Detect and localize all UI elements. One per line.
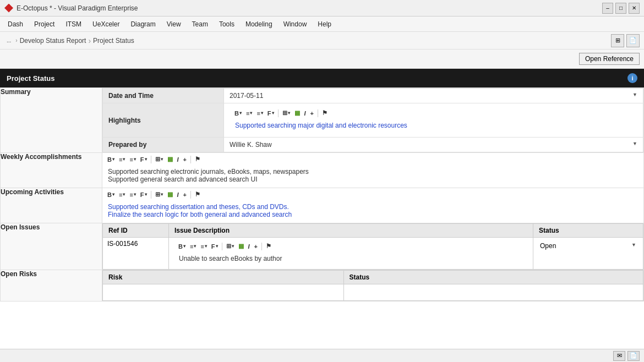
highlights-label: Highlights — [103, 103, 224, 138]
tb-plus[interactable]: + — [309, 109, 315, 117]
weekly-accomplishments-text: Supported searching electronic journals,… — [102, 166, 643, 188]
summary-label: Summary — [1, 88, 102, 153]
weekly-accomplishments-row: Weekly Accomplishments B▾ ≡▾ ≡▾ F▾ ⊞▾ ▩ … — [1, 153, 644, 188]
ua-tb-list1[interactable]: ≡▾ — [117, 191, 127, 199]
issue-status-cell: Open ▼ — [533, 238, 643, 270]
breadcrumb-icon-grid[interactable]: ⊞ — [611, 34, 624, 47]
ua-tb-bold[interactable]: B▾ — [106, 191, 116, 199]
tb-list1[interactable]: ≡▾ — [244, 109, 254, 117]
ua-tb-italic[interactable]: I — [176, 191, 181, 199]
is-tb-sep1 — [222, 243, 222, 250]
upcoming-activities-content: B▾ ≡▾ ≡▾ F▾ ⊞▾ ▩ I + ⚑ Supported searchi… — [102, 188, 644, 223]
ua-tb-special[interactable]: ⚑ — [193, 190, 202, 199]
wa-tb-italic[interactable]: I — [176, 156, 181, 163]
date-time-row: Date and Time 2017-05-11 ▼ — [103, 89, 643, 103]
risks-header-row: Risk Status — [103, 271, 643, 284]
menu-window[interactable]: Window — [278, 18, 313, 30]
ua-tb-image[interactable]: ▩ — [166, 190, 174, 199]
wa-tb-list1[interactable]: ≡▾ — [117, 156, 127, 163]
menu-diagram[interactable]: Diagram — [125, 18, 161, 30]
status-document-button[interactable]: 📄 — [627, 351, 640, 361]
tb-image[interactable]: ▩ — [293, 109, 302, 117]
tb-font[interactable]: F▾ — [266, 109, 276, 117]
menu-uexceler[interactable]: UeXceler — [87, 18, 125, 30]
is-tb-list1[interactable]: ≡▾ — [188, 243, 198, 250]
info-icon[interactable]: i — [627, 73, 637, 83]
tb-italic[interactable]: I — [303, 109, 308, 117]
ua-tb-table[interactable]: ⊞▾ — [154, 190, 165, 199]
upcoming-line-1: Supported searching dissertation and the… — [108, 203, 638, 211]
wa-tb-bold[interactable]: B▾ — [106, 156, 116, 163]
risks-col-status: Status — [343, 271, 643, 284]
menu-tools[interactable]: Tools — [214, 18, 240, 30]
is-tb-font[interactable]: F▾ — [210, 243, 220, 250]
open-reference-bar: Open Reference — [0, 50, 644, 69]
status-bar: ✉ 📄 — [0, 349, 644, 362]
wa-tb-special[interactable]: ⚑ — [193, 155, 202, 163]
is-tb-plus[interactable]: + — [253, 243, 259, 250]
is-tb-list2[interactable]: ≡▾ — [199, 243, 208, 250]
ua-tb-sep2 — [190, 191, 191, 199]
risks-table: Risk Status — [102, 270, 643, 301]
is-tb-italic[interactable]: I — [247, 243, 252, 250]
status-email-button[interactable]: ✉ — [613, 351, 625, 361]
breadcrumb-bar: ... › Develop Status Report › Project St… — [0, 32, 644, 50]
tb-table[interactable]: ⊞▾ — [281, 109, 292, 117]
ua-tb-list2[interactable]: ≡▾ — [128, 191, 137, 199]
ua-tb-font[interactable]: F▾ — [139, 191, 149, 199]
prepared-by-label: Prepared by — [103, 138, 224, 152]
breadcrumb-back[interactable]: ... — [7, 37, 11, 43]
open-risks-row: Open Risks Risk Status — [1, 270, 644, 301]
breadcrumb-separator: › — [88, 36, 91, 45]
maximize-button[interactable]: □ — [615, 3, 626, 14]
menu-dash[interactable]: Dash — [2, 18, 29, 30]
breadcrumb-project-status[interactable]: Project Status — [93, 37, 134, 45]
tb-special[interactable]: ⚑ — [320, 109, 329, 117]
is-tb-sep2 — [261, 243, 262, 250]
wa-tb-font[interactable]: F▾ — [139, 156, 149, 163]
open-risks-label: Open Risks — [1, 270, 102, 301]
weekly-line-1: Supported searching electronic journals,… — [108, 168, 638, 175]
minimize-button[interactable]: – — [602, 3, 613, 14]
wa-tb-list2[interactable]: ≡▾ — [128, 156, 137, 163]
breadcrumb-icon-doc[interactable]: 📄 — [626, 34, 640, 47]
menu-help[interactable]: Help — [312, 18, 337, 30]
wa-tb-plus[interactable]: + — [182, 156, 188, 163]
tb-list2[interactable]: ≡▾ — [255, 109, 264, 117]
upcoming-toolbar: B▾ ≡▾ ≡▾ F▾ ⊞▾ ▩ I + ⚑ — [102, 188, 643, 201]
upcoming-activities-row: Upcoming Activities B▾ ≡▾ ≡▾ F▾ ⊞▾ ▩ I +… — [1, 188, 644, 223]
is-tb-table[interactable]: ⊞▾ — [225, 242, 236, 250]
menu-project[interactable]: Project — [29, 18, 60, 30]
menu-team[interactable]: Team — [187, 18, 214, 30]
menu-modeling[interactable]: Modeling — [240, 18, 278, 30]
risks-empty-cell — [103, 284, 344, 301]
prepared-by-content: Willie K. Shaw ▼ — [224, 138, 643, 152]
prepared-by-row: Prepared by Willie K. Shaw ▼ — [103, 138, 643, 152]
ua-tb-sep1 — [151, 191, 151, 199]
date-time-dropdown-arrow[interactable]: ▼ — [632, 92, 637, 97]
is-tb-bold[interactable]: B▾ — [177, 243, 187, 250]
wa-tb-image[interactable]: ▩ — [166, 155, 174, 163]
weekly-line-2: Supported general search and advanced se… — [108, 175, 638, 183]
menu-itsm[interactable]: ITSM — [60, 18, 87, 30]
ua-tb-plus[interactable]: + — [182, 191, 188, 199]
date-time-value: 2017-05-11 ▼ — [224, 89, 643, 103]
menu-view[interactable]: View — [161, 18, 187, 30]
date-time-label: Date and Time — [103, 89, 224, 103]
close-button[interactable]: ✕ — [629, 3, 640, 14]
breadcrumb-arrow-1: › — [15, 37, 17, 43]
wa-tb-table[interactable]: ⊞▾ — [154, 155, 165, 163]
main-content-area: Open Reference Project Status i Summary … — [0, 50, 644, 349]
prepared-by-dropdown-arrow[interactable]: ▼ — [632, 141, 637, 146]
issue-status-dropdown-arrow[interactable]: ▼ — [629, 240, 638, 250]
open-reference-button[interactable]: Open Reference — [579, 53, 640, 65]
breadcrumb-develop-status[interactable]: Develop Status Report — [20, 37, 86, 45]
highlights-content: B▾ ≡▾ ≡▾ F▾ ⊞▾ ▩ I + ⚑ — [224, 103, 643, 138]
upcoming-line-2: Finalize the search logic for both gener… — [108, 211, 638, 218]
weekly-accomplishments-label: Weekly Accomplishments — [1, 153, 102, 188]
issue-description-text: Unable to search eBooks by author — [173, 253, 528, 267]
tb-bold[interactable]: B▾ — [233, 109, 243, 117]
is-tb-special[interactable]: ⚑ — [264, 242, 273, 250]
project-status-header: Project Status i — [0, 69, 644, 87]
is-tb-image[interactable]: ▩ — [237, 242, 245, 250]
